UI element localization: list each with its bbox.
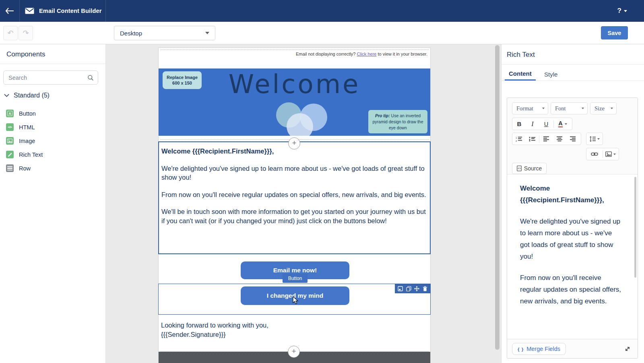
standard-section-toggle[interactable]: Standard (5): [4, 92, 50, 99]
html-component-icon: </>: [6, 123, 14, 131]
align-right-button[interactable]: [566, 133, 579, 145]
add-component-button[interactable]: [288, 137, 300, 149]
view-mode-value: Desktop: [120, 30, 205, 37]
browser-view-notice: Email not displaying correctly? Click he…: [296, 52, 427, 56]
bullet-list-button[interactable]: [526, 133, 539, 145]
delete-icon[interactable]: [423, 286, 427, 291]
email-page: Email not displaying correctly? Click he…: [158, 48, 431, 352]
app-title: Email Content Builder: [39, 8, 102, 14]
list-align-group: 12: [512, 133, 581, 145]
sidebar-item-label: Button: [19, 110, 36, 117]
button-component-icon: A: [6, 110, 14, 117]
pro-tip-label: Pro tip:: [375, 113, 390, 118]
chevron-down-icon: [624, 10, 627, 12]
merge-fields-button[interactable]: Merge Fields: [512, 343, 566, 355]
canvas-scrollbar[interactable]: [495, 45, 500, 350]
duplicate-icon[interactable]: [406, 286, 411, 291]
sidebar-item-label: Row: [19, 165, 31, 172]
sidebar-item-row[interactable]: Row: [6, 164, 31, 172]
chevron-down-icon: [611, 108, 613, 109]
italic-button[interactable]: I: [526, 118, 539, 130]
ordered-list-button[interactable]: 12: [512, 133, 526, 145]
sidebar-item-button[interactable]: A Button: [6, 110, 36, 117]
source-icon: [517, 166, 522, 171]
editor-paragraph: Welcome {{{Recipient.FirstName}}},: [520, 183, 623, 206]
sidebar-item-rich-text[interactable]: Rich Text: [6, 151, 43, 158]
chevron-down-icon: [582, 108, 584, 109]
top-navbar: Email Content Builder ?: [0, 0, 644, 22]
rich-text-block-selected[interactable]: Welcome {{{Recipient.FirstName}}}, We're…: [158, 141, 431, 254]
help-menu-button[interactable]: ?: [617, 0, 627, 22]
svg-text:2: 2: [516, 139, 517, 142]
text-style-group: B I U A: [512, 118, 572, 130]
format-dropdown-label: Format: [516, 105, 542, 112]
chevron-down-icon: [4, 94, 9, 97]
insert-image-button[interactable]: [603, 148, 619, 160]
tab-content[interactable]: Content: [505, 68, 536, 81]
save-button[interactable]: Save: [601, 26, 628, 39]
component-search: [3, 71, 98, 85]
editor-paragraph: We're delighted you've signed up to lear…: [520, 216, 623, 262]
replace-image-label: Replace Image: [167, 75, 198, 80]
media-group: [586, 148, 619, 160]
pro-tip-badge: Pro tip: Use an inverted pyramid design …: [368, 110, 427, 133]
email-paragraph: We'll be in touch soon with more informa…: [161, 207, 427, 225]
size-dropdown[interactable]: Size: [590, 102, 617, 114]
chevron-down-icon: [613, 153, 616, 155]
font-dropdown[interactable]: Font: [551, 102, 588, 114]
chevron-down-icon: [205, 32, 209, 34]
expand-editor-button[interactable]: [622, 344, 633, 354]
signature-merge-field: {{{Sender.Signature}}}: [161, 330, 268, 339]
section-label: Standard (5): [14, 92, 50, 99]
tab-style[interactable]: Style: [541, 68, 561, 81]
undo-button[interactable]: [3, 26, 18, 40]
sidebar-item-label: Rich Text: [19, 151, 43, 158]
sidebar-item-image[interactable]: Image: [6, 137, 35, 145]
view-mode-dropdown[interactable]: Desktop: [114, 26, 215, 40]
text-color-letter: A: [558, 120, 562, 127]
back-arrow-icon: [5, 8, 14, 14]
block-action-toolbar: [395, 284, 430, 293]
components-sidebar: Components Standard (5) A Button </> HTM…: [0, 44, 106, 363]
move-icon[interactable]: [414, 286, 419, 291]
rich-text-editor: Format Font Size B I U A: [507, 97, 638, 359]
align-center-button[interactable]: [553, 133, 566, 145]
text-color-button[interactable]: A: [554, 118, 572, 130]
line-spacing-button[interactable]: [586, 133, 603, 145]
replace-image-button[interactable]: Replace Image 600 x 150: [163, 71, 202, 89]
panel-divider: [502, 81, 644, 81]
add-component-button[interactable]: [288, 346, 300, 358]
app-brand: Email Content Builder: [25, 0, 102, 22]
header-image-block[interactable]: Welcome Replace Image 600 x 150 Pro tip:…: [159, 68, 430, 136]
block-settings-icon[interactable]: [398, 286, 403, 291]
mouse-cursor: [293, 297, 299, 307]
editor-scrollbar[interactable]: [634, 177, 636, 278]
closing-line: Looking forward to working with you,: [161, 321, 268, 330]
underline-button[interactable]: U: [539, 118, 553, 130]
rte-content-area[interactable]: Welcome {{{Recipient.FirstName}}}, We're…: [507, 174, 638, 340]
panel-divider: [502, 64, 644, 64]
format-dropdown[interactable]: Format: [512, 102, 548, 114]
sidebar-item-label: Image: [19, 138, 35, 144]
chevron-down-icon: [597, 138, 600, 140]
sidebar-item-html[interactable]: </> HTML: [6, 123, 35, 131]
email-icon: [25, 8, 34, 14]
link-button[interactable]: [586, 148, 603, 160]
font-dropdown-label: Font: [555, 105, 582, 112]
source-button[interactable]: Source: [512, 163, 547, 174]
editor-toolbar: Desktop Save: [0, 22, 644, 44]
image-dimensions-label: 600 x 150: [172, 80, 192, 86]
chevron-down-icon: [542, 108, 545, 109]
search-input[interactable]: [4, 71, 98, 84]
bold-button[interactable]: B: [512, 118, 526, 130]
redo-button[interactable]: [19, 26, 33, 40]
image-component-icon: [6, 137, 14, 145]
view-in-browser-link[interactable]: Click here: [357, 52, 377, 56]
size-dropdown-label: Size: [594, 105, 611, 112]
merge-fields-label: Merge Fields: [526, 346, 560, 352]
align-left-button[interactable]: [539, 133, 553, 145]
sidebar-divider: [0, 64, 105, 64]
back-button[interactable]: [0, 0, 19, 22]
closing-text-block[interactable]: Looking forward to working with you, {{{…: [161, 321, 268, 339]
source-button-label: Source: [524, 165, 542, 172]
